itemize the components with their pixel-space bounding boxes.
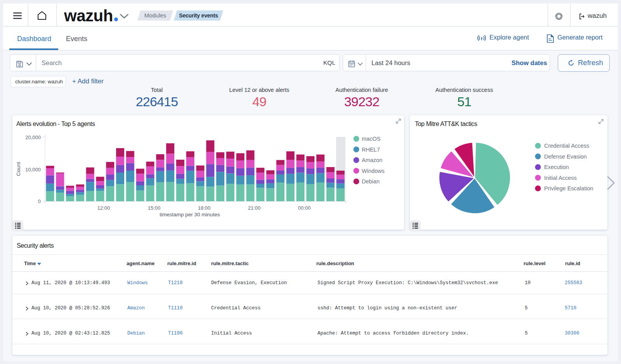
svg-text:Debian: Debian bbox=[362, 178, 380, 185]
svg-text:00:00: 00:00 bbox=[298, 205, 311, 211]
svg-text:Initial Access: Initial Access bbox=[544, 175, 577, 181]
svg-text:Credential Access: Credential Access bbox=[544, 143, 589, 149]
svg-text:Count: Count bbox=[16, 162, 21, 176]
svg-text:18:00: 18:00 bbox=[198, 205, 211, 211]
svg-text:20,000: 20,000 bbox=[25, 135, 41, 140]
svg-text:12:00: 12:00 bbox=[97, 205, 110, 211]
svg-text:0: 0 bbox=[38, 198, 41, 204]
svg-text:Privilege Escalation: Privilege Escalation bbox=[544, 185, 593, 191]
svg-text:10,000: 10,000 bbox=[25, 167, 41, 173]
svg-text:Amazon: Amazon bbox=[362, 157, 382, 163]
svg-text:15:00: 15:00 bbox=[148, 205, 161, 211]
svg-text:Execution: Execution bbox=[544, 164, 569, 170]
svg-text:macOS: macOS bbox=[362, 136, 380, 142]
svg-text:Windows: Windows bbox=[362, 168, 385, 174]
svg-text:timestamp per 30 minutes: timestamp per 30 minutes bbox=[160, 212, 220, 217]
svg-text:Defense Evasion: Defense Evasion bbox=[544, 154, 587, 160]
svg-text:RHEL7: RHEL7 bbox=[362, 147, 380, 153]
svg-text:21:00: 21:00 bbox=[248, 205, 261, 211]
